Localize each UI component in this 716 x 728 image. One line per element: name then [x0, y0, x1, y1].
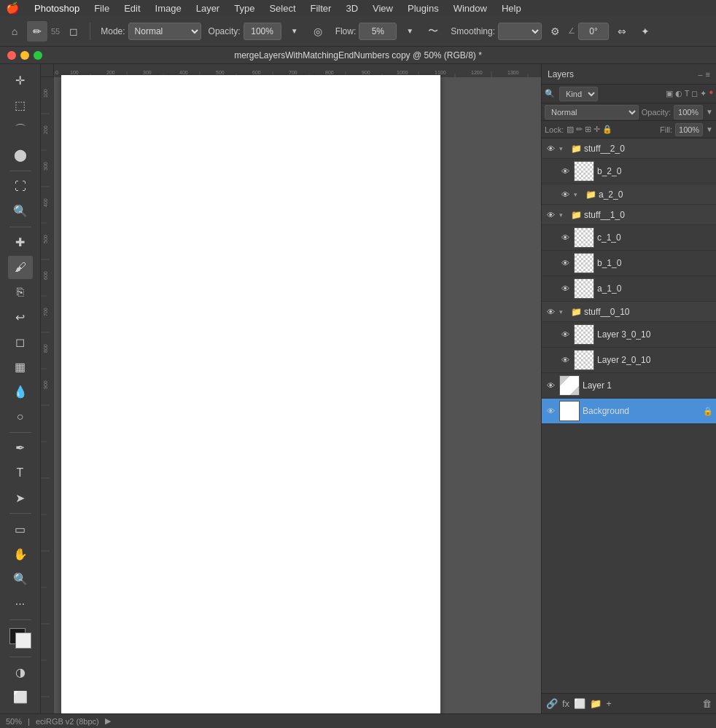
layer-visibility-eye[interactable]: 👁 — [559, 259, 571, 267]
menu-plugins[interactable]: Plugins — [402, 1, 445, 15]
layer-visibility-eye[interactable]: 👁 — [559, 190, 571, 199]
menu-help[interactable]: Help — [496, 1, 527, 15]
quick-select-tool[interactable]: ⬤ — [8, 143, 33, 166]
hand-tool[interactable]: ✋ — [8, 542, 33, 565]
adjust-filter-icon[interactable]: ◐ — [675, 89, 682, 98]
layer-item[interactable]: 👁 ▾ 📁 a_2_0 — [542, 184, 716, 205]
layer-item[interactable]: 👁 Layer 2_0_10 — [542, 348, 716, 373]
text-filter-icon[interactable]: T — [685, 89, 690, 98]
layer-item[interactable]: 👁 Layer 1 — [542, 373, 716, 399]
selection-tool[interactable]: ⬚ — [8, 93, 33, 117]
flow-input[interactable]: 5% — [359, 23, 397, 40]
lock-transparent-icon[interactable]: ▨ — [567, 125, 574, 134]
menu-filter[interactable]: Filter — [305, 1, 338, 15]
more-tools[interactable]: ··· — [8, 592, 33, 616]
brush-tool[interactable]: 🖌 — [8, 256, 33, 279]
menu-select[interactable]: Select — [263, 1, 301, 15]
menu-3d[interactable]: 3D — [340, 1, 364, 15]
angle-input[interactable]: 0° — [578, 23, 609, 40]
fill-value[interactable]: 100% — [675, 123, 703, 136]
stylus-pressure-btn[interactable]: 〜 — [423, 21, 443, 42]
layer-visibility-eye[interactable]: 👁 — [559, 233, 571, 242]
shape-filter-icon[interactable]: ◻ — [691, 89, 698, 98]
opacity-toggle[interactable]: ▼ — [284, 21, 305, 42]
new-group-btn[interactable]: 📁 — [590, 698, 602, 709]
crop-tool[interactable]: ⛶ — [8, 175, 33, 198]
layer-visibility-eye[interactable]: 👁 — [559, 167, 571, 176]
menu-view[interactable]: View — [367, 1, 399, 15]
screen-mode-btn[interactable]: ⬜ — [8, 686, 33, 709]
layer-item-background[interactable]: 👁 Background 🔒 — [542, 399, 716, 424]
zoom-tool[interactable]: 🔍 — [8, 567, 33, 590]
add-mask-btn[interactable]: ⬜ — [574, 698, 585, 709]
menu-image[interactable]: Image — [149, 1, 187, 15]
mode-select[interactable]: Normal — [128, 23, 201, 40]
opacity-input[interactable]: 100% — [244, 23, 281, 40]
quick-mask-btn[interactable]: ◑ — [8, 661, 33, 684]
layer-item[interactable]: 👁 c_1_0 — [542, 225, 716, 251]
fill-chevron[interactable]: ▼ — [706, 125, 713, 133]
lock-all-icon[interactable]: 🔒 — [602, 125, 612, 134]
pen-tool[interactable]: ✒ — [8, 437, 33, 460]
menu-edit[interactable]: Edit — [118, 1, 146, 15]
menu-type[interactable]: Type — [228, 1, 260, 15]
smoothing-select[interactable] — [498, 23, 542, 40]
eyedropper-tool[interactable]: 🔍 — [8, 200, 33, 223]
layer-item[interactable]: 👁 a_1_0 — [542, 276, 716, 302]
settings-btn[interactable]: ⚙ — [545, 21, 565, 42]
opacity-value[interactable]: 100% — [674, 105, 703, 120]
extra-btn[interactable]: ✦ — [635, 21, 655, 42]
layer-visibility-eye[interactable]: 👁 — [559, 284, 571, 293]
canvas-document[interactable] — [61, 75, 440, 714]
new-layer-btn[interactable]: + — [606, 698, 612, 709]
minimize-button[interactable] — [20, 51, 29, 60]
layer-item[interactable]: 👁 ▾ 📁 stuff__2_0 — [542, 138, 716, 159]
layer-visibility-eye[interactable]: 👁 — [559, 330, 571, 339]
lock-artboard-icon[interactable]: ⊞ — [585, 125, 591, 134]
brush-tool-btn[interactable]: ✏ — [27, 21, 47, 42]
folder-arrow[interactable]: ▾ — [559, 308, 568, 316]
panel-menu-btn[interactable]: ≡ — [706, 70, 710, 79]
brush-settings-btn[interactable]: ◻ — [63, 21, 84, 42]
symmetry-btn[interactable]: ⇔ — [612, 21, 632, 42]
flow-toggle[interactable]: ▼ — [400, 21, 420, 42]
airbrush-toggle[interactable]: ◎ — [308, 21, 328, 42]
lock-position-icon[interactable]: ✛ — [594, 125, 600, 134]
healing-tool[interactable]: ✚ — [8, 231, 33, 254]
blur-tool[interactable]: 💧 — [8, 380, 33, 404]
layer-visibility-eye[interactable]: 👁 — [545, 144, 556, 153]
eraser-tool[interactable]: ◻ — [8, 330, 33, 353]
layer-visibility-eye[interactable]: 👁 — [545, 308, 556, 316]
apple-menu[interactable]: 🍎 — [6, 1, 20, 15]
lock-image-icon[interactable]: ✏ — [576, 125, 583, 134]
folder-arrow[interactable]: ▾ — [574, 191, 583, 198]
folder-arrow[interactable]: ▾ — [559, 145, 568, 152]
layer-item[interactable]: 👁 Layer 3_0_10 — [542, 322, 716, 348]
background-color[interactable] — [15, 633, 31, 649]
kind-select[interactable]: Kind — [559, 87, 598, 101]
delete-layer-btn[interactable]: 🗑 — [702, 698, 712, 709]
opacity-chevron[interactable]: ▼ — [706, 108, 713, 116]
pixel-filter-icon[interactable]: ▣ — [666, 89, 673, 98]
layer-item[interactable]: 👁 b_2_0 — [542, 159, 716, 184]
history-tool[interactable]: ↩ — [8, 305, 33, 329]
maximize-button[interactable] — [34, 51, 42, 60]
layer-item[interactable]: 👁 ▾ 📁 stuff__0_10 — [542, 302, 716, 322]
folder-arrow[interactable]: ▾ — [559, 211, 568, 219]
smart-filter-icon[interactable]: ✦ — [700, 89, 707, 98]
layer-item[interactable]: 👁 b_1_0 — [542, 251, 716, 276]
dodge-tool[interactable]: ○ — [8, 405, 33, 428]
text-tool[interactable]: T — [8, 461, 33, 485]
layer-visibility-eye[interactable]: 👁 — [545, 407, 556, 415]
layer-visibility-eye[interactable]: 👁 — [545, 381, 556, 390]
status-arrow[interactable]: ▶ — [105, 716, 111, 726]
menu-photoshop[interactable]: Photoshop — [28, 1, 85, 15]
shape-tool[interactable]: ▭ — [8, 517, 33, 541]
link-layers-btn[interactable]: 🔗 — [546, 698, 558, 709]
menu-layer[interactable]: Layer — [190, 1, 226, 15]
color-swatches[interactable] — [8, 627, 33, 650]
filter-active-dot[interactable]: • — [709, 89, 713, 98]
layer-item[interactable]: 👁 ▾ 📁 stuff__1_0 — [542, 205, 716, 225]
menu-file[interactable]: File — [88, 1, 115, 15]
close-button[interactable] — [7, 51, 16, 60]
